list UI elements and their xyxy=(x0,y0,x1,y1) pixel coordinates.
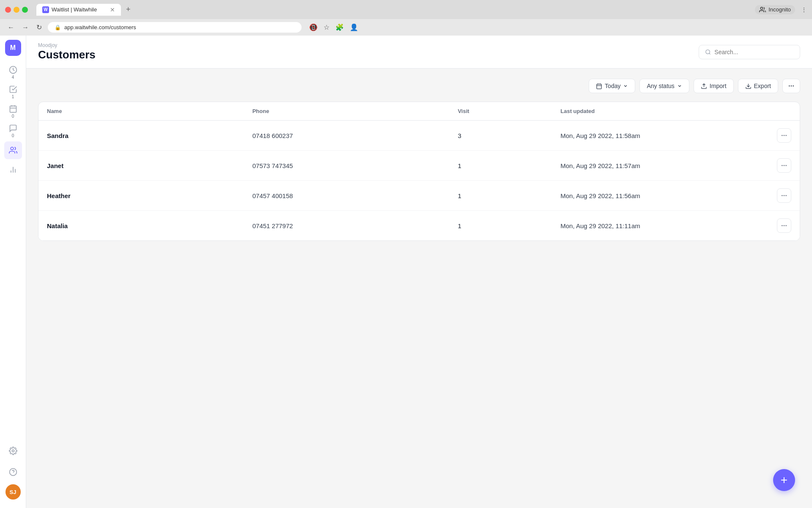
chevron-down-icon xyxy=(623,83,628,88)
user-avatar[interactable]: SJ xyxy=(5,484,21,500)
browser-menu-button[interactable]: ⋮ xyxy=(801,6,807,13)
any-status-label: Any status xyxy=(647,83,674,89)
browser-tab-active[interactable]: W Waitlist | Waitwhile ✕ xyxy=(36,4,121,16)
svg-point-23 xyxy=(789,86,790,86)
import-label: Import xyxy=(710,83,727,89)
svg-point-27 xyxy=(784,165,784,166)
browser-titlebar: W Waitlist | Waitwhile ✕ + Incognito ⋮ xyxy=(0,0,812,19)
more-horizontal-row-icon xyxy=(781,132,787,139)
profile-icon[interactable]: 👤 xyxy=(350,23,358,31)
svg-point-13 xyxy=(706,50,710,54)
customer-last-updated: Mon, Aug 29 2022, 11:56am xyxy=(560,192,766,199)
main-content: Moodjoy Customers Today Any status xyxy=(26,36,812,508)
close-window-button[interactable] xyxy=(5,7,11,13)
nav-back-button[interactable]: ← xyxy=(6,22,16,33)
column-header-visit: Visit xyxy=(458,108,560,114)
status-filter-button[interactable]: Any status xyxy=(639,79,689,93)
close-tab-button[interactable]: ✕ xyxy=(110,6,115,13)
import-button[interactable]: Import xyxy=(694,79,734,93)
sidebar-item-settings[interactable] xyxy=(4,442,22,460)
customers-table: Name Phone Visit Last updated Sandra 074… xyxy=(38,102,800,241)
sidebar-item-messages[interactable]: 0 xyxy=(4,122,22,140)
customer-phone: 07418 600237 xyxy=(252,132,458,139)
address-bar[interactable]: 🔒 app.waitwhile.com/customers xyxy=(48,22,302,33)
add-customer-fab[interactable]: + xyxy=(773,469,795,491)
svg-point-29 xyxy=(782,165,782,166)
row-actions-button[interactable] xyxy=(777,218,791,233)
nav-forward-button[interactable]: → xyxy=(20,22,30,33)
svg-point-21 xyxy=(791,86,791,86)
content-toolbar: Today Any status Import Export xyxy=(38,79,800,93)
more-horizontal-row-icon xyxy=(781,222,787,229)
customer-name: Heather xyxy=(47,192,252,199)
more-horizontal-icon xyxy=(788,83,795,89)
sidebar-item-calendar[interactable]: 0 xyxy=(4,102,22,120)
customer-visit: 1 xyxy=(458,222,560,229)
sidebar-logo[interactable]: M xyxy=(5,40,21,56)
incognito-label: Incognito xyxy=(768,6,791,13)
sidebar-item-analytics[interactable] xyxy=(4,161,22,179)
sidebar-item-waitlist[interactable]: 4 xyxy=(4,64,22,81)
export-icon xyxy=(745,83,752,89)
table-row[interactable]: Janet 07573 747345 1 Mon, Aug 29 2022, 1… xyxy=(38,151,800,181)
customer-phone: 07457 400158 xyxy=(252,192,458,199)
incognito-icon xyxy=(759,6,766,13)
calendar-icon xyxy=(9,105,17,113)
customer-last-updated: Mon, Aug 29 2022, 11:58am xyxy=(560,132,766,139)
calendar-filter-icon xyxy=(596,83,602,89)
customer-name: Janet xyxy=(47,162,252,169)
address-text: app.waitwhile.com/customers xyxy=(64,24,136,30)
table-row[interactable]: Sandra 07418 600237 3 Mon, Aug 29 2022, … xyxy=(38,121,800,151)
maximize-window-button[interactable] xyxy=(22,7,28,13)
app-header: Moodjoy Customers xyxy=(26,36,812,69)
search-input[interactable] xyxy=(714,49,794,55)
no-camera-icon: 📵 xyxy=(309,23,318,31)
browser-addressbar: ← → ↻ 🔒 app.waitwhile.com/customers 📵 ☆ … xyxy=(0,19,812,36)
svg-point-31 xyxy=(786,195,786,196)
extensions-icon[interactable]: 🧩 xyxy=(335,23,344,31)
more-horizontal-row-icon xyxy=(781,162,787,169)
sidebar-item-customers[interactable] xyxy=(4,141,22,159)
today-filter-button[interactable]: Today xyxy=(589,79,635,93)
svg-point-26 xyxy=(782,135,782,135)
nav-reload-button[interactable]: ↻ xyxy=(35,22,44,33)
browser-toolbar-right: Incognito ⋮ xyxy=(755,5,807,14)
new-tab-button[interactable]: + xyxy=(123,3,134,16)
column-header-phone: Phone xyxy=(252,108,458,114)
table-row[interactable]: Natalia 07451 277972 1 Mon, Aug 29 2022,… xyxy=(38,211,800,240)
message-icon xyxy=(9,124,17,133)
sidebar-item-help[interactable] xyxy=(4,463,22,481)
minimize-window-button[interactable] xyxy=(14,7,19,13)
browser-window-controls xyxy=(5,7,28,13)
bar-chart-icon xyxy=(9,166,17,174)
clock-icon xyxy=(9,66,17,74)
more-options-button[interactable] xyxy=(782,79,800,93)
svg-point-35 xyxy=(782,225,782,226)
sidebar-badge-waitlist: 4 xyxy=(12,75,14,80)
content-area: Today Any status Import Export xyxy=(26,69,812,508)
svg-point-33 xyxy=(784,225,784,226)
search-icon xyxy=(705,49,711,55)
export-button[interactable]: Export xyxy=(738,79,778,93)
column-header-name: Name xyxy=(47,108,252,114)
svg-point-10 xyxy=(12,450,14,452)
header-title-group: Moodjoy Customers xyxy=(38,42,96,61)
row-actions-button[interactable] xyxy=(777,128,791,143)
table-row[interactable]: Heather 07457 400158 1 Mon, Aug 29 2022,… xyxy=(38,181,800,211)
svg-rect-15 xyxy=(597,84,601,88)
customer-visit: 3 xyxy=(458,132,560,139)
search-box[interactable] xyxy=(699,45,800,59)
settings-icon xyxy=(9,447,17,455)
svg-point-6 xyxy=(11,147,14,150)
tab-favicon: W xyxy=(42,6,49,13)
svg-point-25 xyxy=(786,135,786,135)
customer-name: Sandra xyxy=(47,132,252,139)
bookmark-icon[interactable]: ☆ xyxy=(324,23,329,31)
row-actions-button[interactable] xyxy=(777,158,791,173)
help-icon xyxy=(9,468,17,476)
customer-name: Natalia xyxy=(47,222,252,229)
row-actions-button[interactable] xyxy=(777,188,791,203)
sidebar-item-tasks[interactable]: 1 xyxy=(4,83,22,101)
svg-point-32 xyxy=(782,195,782,196)
tab-title: Waitlist | Waitwhile xyxy=(52,6,97,13)
